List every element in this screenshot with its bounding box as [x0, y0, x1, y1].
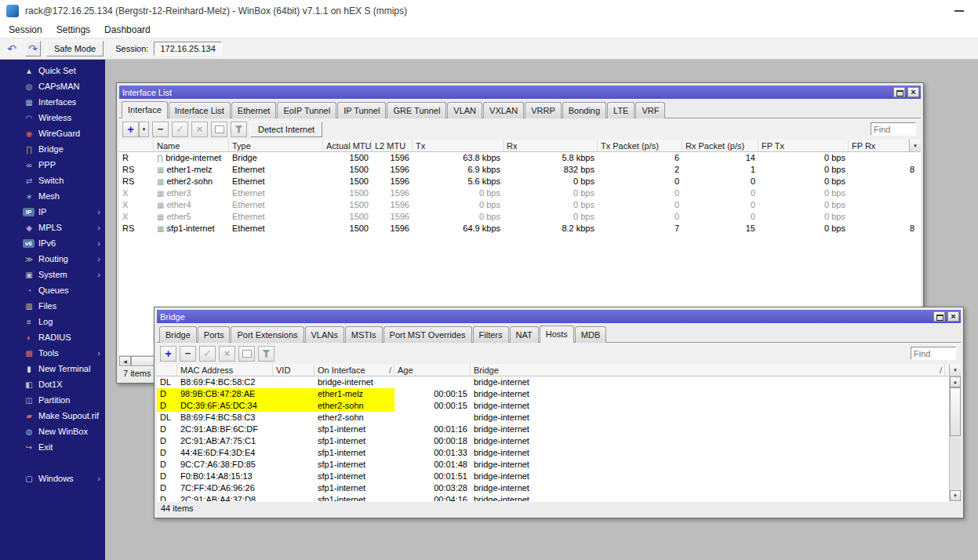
scroll-up-icon[interactable]	[950, 376, 961, 387]
bridge-comment-button[interactable]	[238, 346, 255, 362]
sidebar-item-bridge[interactable]: ∏Bridge	[20, 141, 105, 157]
interface-tab-bonding[interactable]: Bonding	[562, 102, 606, 118]
bridge-host-row-b8-69-f4-bc-58-c3[interactable]: DLB8:69:F4:BC:58:C3ether2-sohnbridge-int…	[157, 412, 961, 424]
bridge-vscrollbar[interactable]	[949, 376, 961, 501]
column-header-mac-address[interactable]: MAC Address	[177, 364, 273, 376]
comment-button[interactable]	[211, 122, 227, 137]
column-header-vid[interactable]: VID	[273, 364, 314, 376]
bridge-close-button[interactable]	[947, 311, 959, 322]
sidebar-item-quick-set[interactable]: ▲Quick Set	[20, 63, 105, 78]
bridge-tab-port-extensions[interactable]: Port Extensions	[231, 326, 304, 343]
menu-item-dashboard[interactable]: Dashboard	[97, 23, 158, 37]
bridge-tab-vlans[interactable]: VLANs	[305, 326, 344, 343]
bridge-tab-filters[interactable]: Filters	[473, 326, 509, 343]
sidebar-item-log[interactable]: ≡Log	[20, 314, 105, 329]
menu-item-session[interactable]: Session	[2, 23, 49, 37]
sidebar-item-windows[interactable]: ▢Windows›	[20, 471, 105, 486]
bridge-host-row-f0-b0-14-a8-15-13[interactable]: DF0:B0:14:A8:15:13sfp1-internet00:01:51b…	[157, 471, 961, 482]
sidebar-item-files[interactable]: ▥Files	[20, 298, 105, 314]
bridge-tab-mstis[interactable]: MSTIs	[345, 326, 383, 343]
sidebar-item-exit[interactable]: ↪Exit	[20, 439, 105, 455]
interface-column-selector-icon[interactable]	[909, 140, 921, 152]
bridge-window-titlebar[interactable]: Bridge	[157, 310, 961, 323]
bridge-filter-icon[interactable]	[258, 346, 274, 362]
sidebar-item-routing[interactable]: ≫Routing›	[20, 251, 105, 267]
bridge-host-row-dc-39-6f-a5-dc-34[interactable]: DDC:39:6F:A5:DC:34ether2-sohn00:00:15bri…	[157, 400, 961, 412]
vscroll-thumb[interactable]	[950, 387, 961, 436]
redo-icon[interactable]	[25, 41, 41, 56]
vscroll-track[interactable]	[950, 387, 961, 490]
add-dropdown-icon[interactable]	[139, 122, 149, 137]
sidebar-item-capsman[interactable]: ◎CAPsMAN	[20, 78, 105, 94]
bridge-disable-button[interactable]	[219, 346, 235, 362]
add-button[interactable]	[122, 122, 139, 137]
bridge-add-button[interactable]	[160, 346, 176, 362]
sidebar-item-interfaces[interactable]: ▦Interfaces	[20, 94, 105, 110]
menu-item-settings[interactable]: Settings	[49, 23, 97, 37]
sidebar-item-tools[interactable]: ▩Tools›	[20, 345, 105, 361]
bridge-tab-bridge[interactable]: Bridge	[159, 326, 197, 343]
interface-find-input[interactable]	[871, 122, 916, 136]
sidebar-item-radius[interactable]: ◐RADIUS	[20, 329, 105, 345]
bridge-column-selector-icon[interactable]	[949, 364, 961, 376]
interface-row-ether5[interactable]: X▦ether5Ethernet150015960 bps0 bps000 bp…	[119, 211, 921, 223]
bridge-host-row-7c-ff-4d-a6-96-26[interactable]: D7C:FF:4D:A6:96:26sfp1-internet00:03:28b…	[157, 482, 961, 494]
bridge-enable-button[interactable]	[199, 346, 216, 362]
bridge-remove-button[interactable]	[180, 346, 196, 362]
sidebar-item-switch[interactable]: ⇄Switch	[20, 173, 105, 188]
column-header-bridge[interactable]: Bridge/	[471, 364, 945, 376]
bridge-tab-mdb[interactable]: MDB	[575, 326, 606, 343]
interface-tab-vrf[interactable]: VRF	[635, 102, 665, 118]
column-header-rx[interactable]: Rx	[504, 140, 598, 151]
session-value-field[interactable]: 172.16.25.134	[154, 42, 221, 56]
sidebar-item-partition[interactable]: ◫Partition	[20, 392, 105, 408]
sidebar-item-system[interactable]: ▣System›	[20, 267, 105, 282]
bridge-host-row-2c-91-ab-bf-6c-df[interactable]: D2C:91:AB:BF:6C:DFsfp1-internet00:01:16b…	[157, 424, 961, 435]
bridge-tab-hosts[interactable]: Hosts	[540, 325, 574, 343]
remove-button[interactable]	[152, 122, 169, 137]
minimize-button[interactable]	[948, 3, 970, 19]
interface-maximize-button[interactable]	[893, 87, 905, 97]
sidebar-item-ipv6[interactable]: v6IPv6›	[20, 235, 105, 251]
bridge-tab-nat[interactable]: NAT	[510, 326, 539, 343]
safe-mode-button[interactable]: Safe Mode	[46, 41, 104, 56]
disable-button[interactable]	[191, 122, 208, 137]
interface-tab-vrrp[interactable]: VRRP	[525, 102, 562, 118]
undo-icon[interactable]	[4, 41, 20, 56]
interface-row-sfp1-internet[interactable]: RS▦sfp1-internetEthernet1500159664.9 kbp…	[119, 223, 921, 235]
interface-tab-interface-list[interactable]: Interface List	[169, 102, 231, 118]
sidebar-item-mesh[interactable]: ∗Mesh	[20, 188, 105, 204]
filter-icon[interactable]	[231, 122, 247, 137]
bridge-tab-port-mst-overrides[interactable]: Port MST Overrides	[384, 326, 472, 343]
bridge-host-row-b8-69-f4-bc-58-c2[interactable]: DLB8:69:F4:BC:58:C2bridge-internetbridge…	[157, 376, 961, 388]
sidebar-item-dot1x[interactable]: ◧Dot1X	[20, 376, 105, 392]
sidebar-item-ppp[interactable]: ∞PPP	[20, 157, 105, 173]
interface-row-bridge-internet[interactable]: R∏bridge-internetBridge1500159663.8 kbps…	[119, 152, 921, 164]
column-header-on-interface[interactable]: On Interface/	[314, 364, 394, 376]
bridge-host-row-98-9b-cb-47-28-ae[interactable]: D98:9B:CB:47:28:AEether1-melz00:00:15bri…	[157, 388, 961, 400]
scroll-down-icon[interactable]	[950, 490, 961, 501]
interface-tab-lte[interactable]: LTE	[607, 102, 634, 118]
detect-internet-button[interactable]: Detect Internet	[250, 122, 322, 137]
interface-window-titlebar[interactable]: Interface List	[119, 85, 921, 99]
sidebar-item-make-supout-rif[interactable]: ▰Make Supout.rif	[20, 408, 105, 424]
interface-row-ether2-sohn[interactable]: RS▦ether2-sohnEthernet150015965.6 kbps0 …	[119, 176, 921, 187]
sidebar-item-ip[interactable]: IPIP›	[20, 204, 105, 220]
sidebar-item-wireguard[interactable]: ◉WireGuard	[20, 125, 105, 141]
interface-tab-ip-tunnel[interactable]: IP Tunnel	[337, 102, 386, 118]
column-header-actual-mtu[interactable]: Actual MTU	[323, 140, 372, 151]
interface-tab-ethernet[interactable]: Ethernet	[231, 102, 277, 118]
bridge-tab-ports[interactable]: Ports	[198, 326, 231, 343]
sidebar-item-new-winbox[interactable]: ◍New WinBox	[20, 424, 105, 439]
bridge-find-input[interactable]	[911, 347, 956, 360]
column-header-rx-packet-p-s[interactable]: Rx Packet (p/s)	[682, 140, 758, 151]
bridge-host-row-9c-c7-a6-38-fd-85[interactable]: D9C:C7:A6:38:FD:85sfp1-internet00:01:48b…	[157, 459, 961, 471]
column-header-age[interactable]: Age	[394, 364, 471, 376]
enable-button[interactable]	[172, 122, 188, 137]
column-header-flags[interactable]	[157, 364, 177, 376]
column-header-fp-rx[interactable]: FP Rx	[849, 140, 918, 151]
interface-row-ether4[interactable]: X▦ether4Ethernet150015960 bps0 bps000 bp…	[119, 199, 921, 211]
column-header-flags[interactable]	[119, 140, 154, 151]
column-header-fp-tx[interactable]: FP Tx	[758, 140, 849, 151]
bridge-maximize-button[interactable]	[933, 311, 945, 322]
